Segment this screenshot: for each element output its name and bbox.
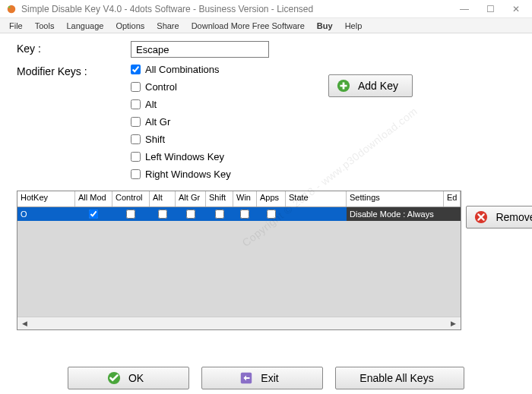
svg-point-1 xyxy=(8,6,11,8)
ok-button[interactable]: OK xyxy=(68,367,189,389)
modifiers-label: Modifier Keys : xyxy=(17,64,131,77)
grid-body xyxy=(17,221,461,317)
enable-all-keys-button[interactable]: Enable All Keys xyxy=(335,367,464,389)
cell-control-chk[interactable] xyxy=(126,210,135,219)
chk-alt-label: Alt xyxy=(145,99,157,110)
bottom-bar: OK Exit Enable All Keys xyxy=(0,367,532,389)
exit-icon xyxy=(239,371,253,385)
col-alt[interactable]: Alt xyxy=(150,191,176,206)
cell-state xyxy=(286,207,347,221)
horizontal-scrollbar[interactable]: ◀ ▶ xyxy=(17,317,461,329)
key-label: Key : xyxy=(17,41,131,55)
exit-button[interactable]: Exit xyxy=(201,367,323,389)
grid-header: HotKey All Mod Control Alt Alt Gr Shift … xyxy=(17,191,461,207)
cell-edit xyxy=(444,207,461,221)
cell-shift-chk[interactable] xyxy=(215,210,224,219)
ok-label: OK xyxy=(128,372,144,384)
col-settings[interactable]: Settings xyxy=(347,191,444,206)
col-allmod[interactable]: All Mod xyxy=(75,191,112,206)
chk-rwin[interactable] xyxy=(131,169,141,179)
menu-tools[interactable]: Tools xyxy=(29,20,61,32)
cell-allmod-chk[interactable] xyxy=(89,210,98,219)
exit-label: Exit xyxy=(261,372,278,384)
maximize-button[interactable]: ☐ xyxy=(477,1,503,17)
chk-alt[interactable] xyxy=(131,99,141,109)
chk-all-combinations-label: All Combinations xyxy=(145,64,220,75)
menubar: File Tools Language Options Share Downlo… xyxy=(0,18,532,33)
menu-options[interactable]: Options xyxy=(109,20,150,32)
scroll-left-icon[interactable]: ◀ xyxy=(19,318,30,329)
chk-shift-label: Shift xyxy=(145,134,165,145)
minimize-button[interactable]: — xyxy=(451,1,477,17)
enable-all-keys-label: Enable All Keys xyxy=(359,372,433,384)
remove-button[interactable]: Remove xyxy=(466,206,532,229)
cell-hotkey: O xyxy=(17,207,75,221)
col-altgr[interactable]: Alt Gr xyxy=(176,191,206,206)
titlebar: Simple Disable Key V4.0 - 4dots Software… xyxy=(0,0,532,18)
app-icon xyxy=(6,4,17,14)
chk-lwin-label: Left Windows Key xyxy=(145,151,224,162)
add-key-label: Add Key xyxy=(358,80,398,92)
col-edit[interactable]: Ed xyxy=(444,191,461,206)
svg-point-0 xyxy=(8,5,16,13)
chk-all-combinations[interactable] xyxy=(131,65,141,74)
menu-file[interactable]: File xyxy=(3,20,29,32)
col-control[interactable]: Control xyxy=(112,191,150,206)
remove-icon xyxy=(474,210,488,224)
menu-download[interactable]: Download More Free Software xyxy=(185,20,311,32)
modifiers-group: All Combinations Control Alt Alt Gr Shif… xyxy=(131,64,515,180)
menu-language[interactable]: Language xyxy=(60,20,109,32)
cell-altgr-chk[interactable] xyxy=(186,210,195,219)
window-title: Simple Disable Key V4.0 - 4dots Software… xyxy=(21,4,313,14)
add-key-button[interactable]: Add Key xyxy=(328,74,413,97)
cell-win-chk[interactable] xyxy=(240,210,249,219)
col-win[interactable]: Win xyxy=(233,191,257,206)
chk-control-label: Control xyxy=(145,81,177,93)
keys-grid: HotKey All Mod Control Alt Alt Gr Shift … xyxy=(17,191,461,330)
cell-alt-chk[interactable] xyxy=(158,210,167,219)
col-hotkey[interactable]: HotKey xyxy=(17,191,75,206)
cell-settings: Disable Mode : Always xyxy=(347,207,444,221)
chk-altgr[interactable] xyxy=(131,117,141,127)
check-icon xyxy=(107,371,121,385)
menu-share[interactable]: Share xyxy=(150,20,185,32)
chk-control[interactable] xyxy=(131,82,141,92)
menu-help[interactable]: Help xyxy=(339,20,369,32)
chk-lwin[interactable] xyxy=(131,152,141,162)
col-shift[interactable]: Shift xyxy=(206,191,233,206)
chk-shift[interactable] xyxy=(131,134,141,144)
scroll-right-icon[interactable]: ▶ xyxy=(448,318,459,329)
key-input[interactable] xyxy=(131,41,269,58)
cell-apps-chk[interactable] xyxy=(267,210,276,219)
menu-buy[interactable]: Buy xyxy=(311,20,339,32)
chk-rwin-label: Right Windows Key xyxy=(145,169,231,180)
chk-altgr-label: Alt Gr xyxy=(145,116,170,128)
plus-icon xyxy=(337,79,350,93)
col-state[interactable]: State xyxy=(286,191,347,206)
close-button[interactable]: ✕ xyxy=(503,1,529,17)
table-row[interactable]: O Disable Mode : Always xyxy=(17,207,461,221)
remove-label: Remove xyxy=(496,211,532,223)
col-apps[interactable]: Apps xyxy=(257,191,286,206)
